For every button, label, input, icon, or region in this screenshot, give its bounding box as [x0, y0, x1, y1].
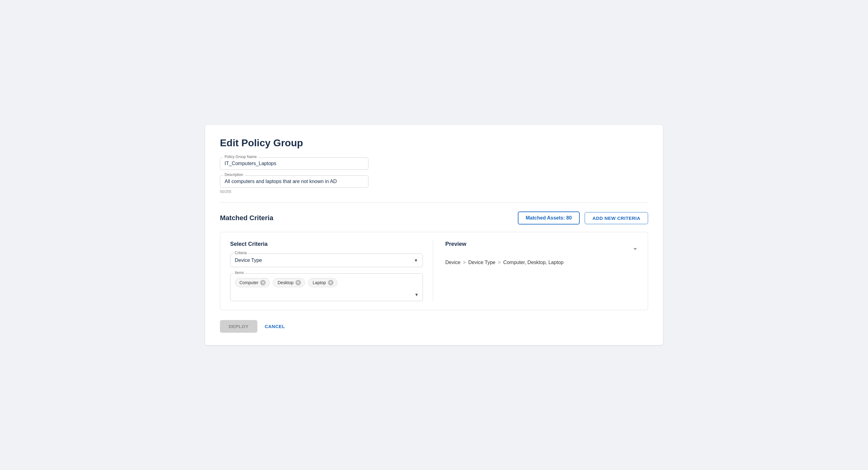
description-group: Description 50/255 [220, 175, 648, 194]
breadcrumb-sep-1: > [463, 260, 466, 265]
divider [220, 202, 648, 203]
preview-header: Preview ⌄ [445, 241, 638, 254]
matched-assets-button[interactable]: Matched Assets: 80 [518, 212, 580, 224]
policy-group-name-wrapper: Policy Group Name [220, 157, 368, 170]
breadcrumb-sep-2: > [498, 260, 501, 265]
header-actions: Matched Assets: 80 ADD NEW CRITERIA [518, 212, 648, 224]
tag-computer: Computer ✕ [235, 278, 270, 287]
preview-title: Preview [445, 241, 466, 247]
tag-laptop-close-icon[interactable]: ✕ [328, 280, 334, 285]
tag-computer-close-icon[interactable]: ✕ [260, 280, 266, 285]
tag-laptop-label: Laptop [313, 280, 326, 285]
matched-criteria-header: Matched Criteria Matched Assets: 80 ADD … [220, 212, 648, 224]
items-field[interactable]: Items Computer ✕ Desktop ✕ Laptop ✕ [230, 273, 423, 301]
breadcrumb-device: Device [445, 260, 461, 265]
preview-collapse-icon[interactable]: ⌄ [632, 244, 638, 251]
description-input[interactable] [224, 179, 364, 184]
preview-breadcrumb: Device > Device Type > Computer, Desktop… [445, 260, 638, 265]
criteria-panel: Select Criteria Criteria Device Type ▼ I… [220, 232, 648, 310]
cancel-button[interactable]: CANCEL [265, 324, 285, 329]
policy-group-name-label: Policy Group Name [223, 155, 258, 159]
policy-group-name-group: Policy Group Name [220, 157, 648, 170]
char-count: 50/255 [220, 190, 648, 194]
criteria-label: Criteria [234, 251, 248, 255]
tag-desktop-label: Desktop [277, 280, 293, 285]
page-title: Edit Policy Group [220, 137, 648, 149]
matched-assets-count: 80 [566, 215, 572, 220]
policy-group-name-input[interactable] [224, 161, 364, 166]
tag-desktop-close-icon[interactable]: ✕ [296, 280, 301, 285]
deploy-button[interactable]: DEPLOY [220, 320, 257, 333]
description-label: Description [223, 173, 244, 177]
tag-laptop: Laptop ✕ [308, 278, 338, 287]
add-new-criteria-button[interactable]: ADD NEW CRITERIA [585, 212, 648, 224]
matched-assets-label: Matched Assets: [526, 215, 565, 220]
tag-desktop: Desktop ✕ [273, 278, 305, 287]
criteria-dropdown[interactable]: Criteria Device Type ▼ [230, 254, 423, 267]
footer-actions: DEPLOY CANCEL [220, 320, 648, 333]
items-tags-container: Computer ✕ Desktop ✕ Laptop ✕ [235, 278, 418, 287]
criteria-dropdown-arrow-icon: ▼ [414, 258, 418, 263]
items-dropdown-arrow-icon: ▼ [414, 292, 419, 297]
breadcrumb-device-type: Device Type [468, 260, 496, 265]
select-criteria-section: Select Criteria Criteria Device Type ▼ I… [230, 241, 433, 301]
matched-criteria-title: Matched Criteria [220, 214, 273, 222]
criteria-value: Device Type [235, 257, 262, 263]
items-label: Items [234, 271, 245, 275]
description-wrapper: Description [220, 175, 368, 188]
tag-computer-label: Computer [240, 280, 258, 285]
preview-section: Preview ⌄ Device > Device Type > Compute… [433, 241, 638, 301]
select-criteria-title: Select Criteria [230, 241, 423, 247]
breadcrumb-items: Computer, Desktop, Laptop [503, 260, 564, 265]
edit-policy-group-card: Edit Policy Group Policy Group Name Desc… [205, 125, 663, 345]
